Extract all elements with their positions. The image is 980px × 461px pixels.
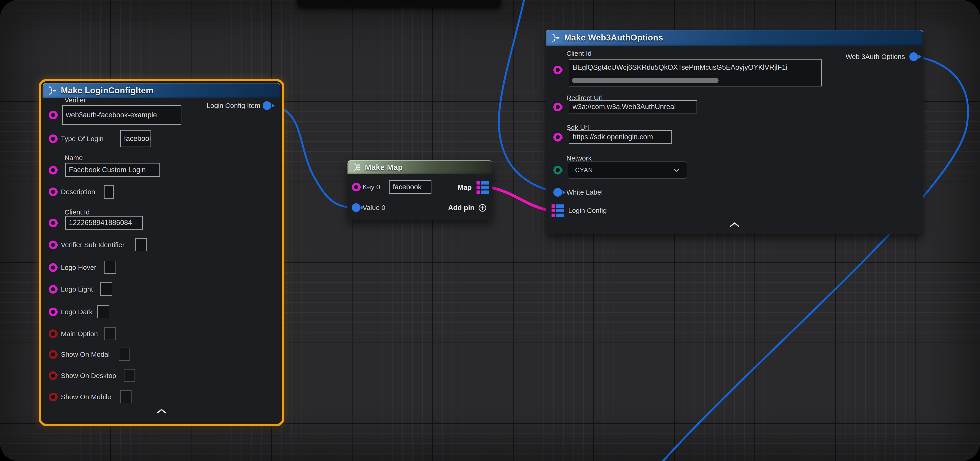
output-pin-label: Login Config Item [207, 102, 260, 110]
logo-light-input[interactable] [100, 282, 112, 296]
wire-login-config-item-to-value0 [271, 106, 354, 208]
pin-key-0[interactable] [352, 183, 361, 191]
pin-client-id[interactable] [554, 66, 562, 74]
pin-label-key-0: Key 0 [363, 183, 380, 191]
name-input[interactable]: Facebook Custom Login [65, 163, 160, 177]
pin-label-show-on-desktop: Show On Desktop [61, 372, 116, 380]
make-struct-icon [47, 86, 57, 95]
chevron-down-icon [673, 168, 680, 172]
add-pin-plus-icon [478, 203, 487, 213]
offscreen-node-partial[interactable] [298, 0, 501, 7]
pin-label-logo-hover: Logo Hover [61, 264, 96, 272]
node-title: Make Web3AuthOptions [564, 33, 663, 43]
make-struct-icon [550, 33, 560, 43]
collapse-node-button[interactable] [156, 409, 167, 415]
pin-logo-dark[interactable] [49, 308, 57, 316]
network-dropdown[interactable]: CYAN [568, 161, 687, 179]
pin-client-id[interactable] [49, 219, 57, 227]
pin-label-network: Network [566, 154, 592, 162]
logo-dark-input[interactable] [97, 305, 109, 318]
pin-network[interactable] [554, 166, 562, 175]
pin-label-description: Description [61, 188, 95, 196]
pin-label-client-id: Client Id [65, 208, 90, 216]
pin-description[interactable] [49, 188, 57, 196]
pin-login-config[interactable] [552, 204, 564, 217]
pin-sdk-url[interactable] [554, 133, 562, 141]
blueprint-graph-canvas[interactable]: Make LoginConfigItem Login Config Item V… [0, 0, 980, 461]
pin-label-logo-dark: Logo Dark [61, 308, 92, 316]
main-option-checkbox[interactable] [104, 327, 116, 340]
output-pin-map[interactable] [477, 181, 489, 194]
client-id-scrollbar[interactable] [572, 78, 719, 83]
node-title: Make LoginConfigItem [61, 86, 153, 95]
make-map-icon [352, 162, 361, 172]
pin-label-white-label: White Label [566, 188, 603, 196]
pin-type-of-login[interactable] [49, 135, 57, 143]
pin-label-name: Name [65, 154, 83, 162]
verifier-sub-identifier-input[interactable] [135, 238, 147, 251]
pin-label-type-of-login: Type Of Login [61, 135, 103, 143]
pin-label-value-0: Value 0 [363, 203, 385, 212]
client-id-input[interactable]: BEglQSgt4cUWcj6SKRdu5QkOXTsePmMcusG5EAoy… [569, 59, 822, 86]
logo-hover-input[interactable] [104, 261, 116, 274]
pin-redirect-url[interactable] [554, 103, 562, 111]
pin-show-on-modal[interactable] [49, 350, 57, 359]
output-pin-label-map: Map [458, 183, 472, 192]
pin-label-verifier-sub-identifier: Verifier Sub Identifier [61, 241, 124, 249]
node-make-map[interactable]: Make Map Key 0 facebook Map Value 0 Add … [347, 160, 492, 220]
add-pin-button[interactable]: Add pin [448, 203, 487, 213]
pin-value-0[interactable] [352, 203, 361, 212]
output-pin-web3auth-options[interactable] [909, 52, 918, 61]
pin-show-on-desktop[interactable] [49, 371, 57, 380]
sdk-url-input[interactable]: https://sdk.openlogin.com [569, 130, 672, 144]
pin-label-verifier: Verifier [65, 96, 86, 104]
output-pin-login-config-item[interactable] [262, 101, 271, 110]
node-make-web3authoptions[interactable]: Make Web3AuthOptions Web 3Auth Options C… [546, 30, 923, 234]
node-title: Make Map [365, 163, 403, 172]
pin-label-client-id: Client Id [566, 49, 592, 58]
pin-show-on-mobile[interactable] [49, 393, 57, 401]
key-0-input[interactable]: facebook [389, 180, 431, 194]
verifier-input[interactable]: web3auth-facebook-example [62, 105, 181, 125]
pin-verifier-sub-identifier[interactable] [49, 240, 57, 249]
pin-label-show-on-modal: Show On Modal [61, 350, 110, 359]
add-pin-label: Add pin [448, 204, 474, 212]
pin-main-option[interactable] [49, 329, 57, 338]
pin-name[interactable] [49, 166, 57, 175]
wire-map-to-login-config [491, 188, 549, 210]
client-id-input[interactable]: 1222658941886084 [65, 216, 143, 230]
pin-logo-hover[interactable] [49, 263, 57, 272]
pin-label-show-on-mobile: Show On Mobile [61, 393, 111, 401]
pin-verifier[interactable] [49, 111, 57, 119]
show-on-desktop-checkbox[interactable] [124, 369, 135, 382]
node-header[interactable]: Make Map [347, 160, 492, 174]
client-id-value: BEglQSgt4cUWcj6SKRdu5QkOXTsePmMcusG5EAoy… [573, 64, 788, 72]
pin-label-logo-light: Logo Light [61, 285, 93, 293]
pin-white-label[interactable] [554, 188, 562, 197]
node-make-loginconfigitem[interactable]: Make LoginConfigItem Login Config Item V… [43, 83, 280, 422]
pin-label-login-config: Login Config [568, 207, 607, 215]
type-of-login-input[interactable]: facebook [120, 130, 151, 147]
show-on-mobile-checkbox[interactable] [120, 390, 132, 403]
redirect-url-input[interactable]: w3a://com.w3a.Web3AuthUnreal [569, 100, 697, 113]
node-header[interactable]: Make Web3AuthOptions [546, 30, 923, 46]
pin-logo-light[interactable] [49, 285, 57, 294]
pin-label-main-option: Main Option [61, 330, 98, 338]
collapse-node-button[interactable] [730, 222, 740, 228]
show-on-modal-checkbox[interactable] [119, 348, 130, 361]
output-pin-label: Web 3Auth Options [845, 52, 905, 61]
description-input[interactable] [104, 185, 114, 199]
network-selected-value: CYAN [575, 167, 593, 174]
